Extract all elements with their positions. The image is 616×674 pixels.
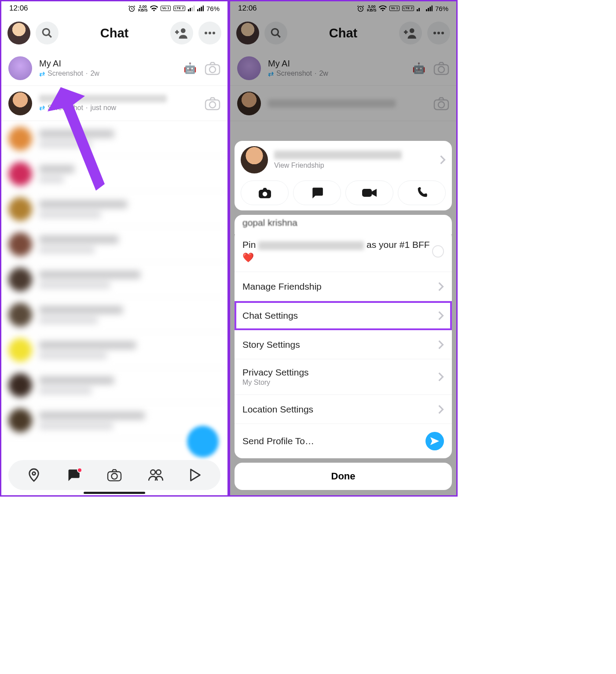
- chat-header: Chat: [1, 15, 227, 51]
- phone-icon: [416, 187, 428, 199]
- chat-row-blurred[interactable]: [1, 297, 227, 332]
- chevron-right-icon: [438, 372, 444, 382]
- camera-icon[interactable]: [205, 96, 220, 111]
- chat-row-blurred[interactable]: [1, 121, 227, 156]
- chat-name: My AI: [39, 59, 183, 69]
- page-title: Chat: [100, 26, 128, 41]
- svg-point-10: [33, 472, 36, 475]
- avatar: [8, 56, 32, 80]
- status-bar: 12:06 2.00 KB/S Vo 1 LTE 2 76%: [1, 1, 227, 15]
- chevron-right-icon: [438, 340, 444, 350]
- chat-row-blurred[interactable]: [1, 368, 227, 403]
- nav-spotlight[interactable]: [190, 468, 201, 482]
- chat-subtitle: ⇄ Screenshot · 2w: [39, 70, 183, 78]
- chat-icon: [311, 187, 324, 199]
- new-chat-fab[interactable]: [187, 426, 219, 457]
- avatar: [8, 92, 32, 115]
- chevron-right-icon: [438, 405, 444, 414]
- audio-call-button[interactable]: [398, 180, 446, 205]
- add-friend-button[interactable]: [170, 22, 193, 44]
- view-friendship-label: View Friendship: [274, 162, 433, 169]
- search-icon: [41, 27, 53, 39]
- location-settings-row[interactable]: Location Settings: [235, 395, 452, 424]
- lte-badge: LTE 2: [173, 6, 185, 11]
- nav-camera[interactable]: [107, 468, 122, 482]
- avatar: [241, 146, 268, 173]
- chat-list[interactable]: My AI ⇄ Screenshot · 2w 🤖 ⇄ Screenshot ·…: [1, 51, 227, 438]
- svg-point-1: [43, 29, 49, 35]
- map-pin-icon: [28, 468, 40, 482]
- radio-unchecked[interactable]: [432, 245, 444, 258]
- svg-point-5: [213, 32, 215, 34]
- chat-row-blurred[interactable]: [1, 227, 227, 262]
- svg-rect-27: [362, 189, 372, 197]
- camera-icon[interactable]: [205, 60, 220, 76]
- chat-name-blurred: [39, 95, 167, 103]
- profile-avatar[interactable]: [7, 22, 30, 44]
- done-button[interactable]: Done: [235, 463, 452, 490]
- play-icon: [190, 468, 201, 482]
- more-button[interactable]: [198, 22, 221, 44]
- more-icon: [204, 31, 216, 35]
- svg-point-3: [205, 32, 207, 34]
- svg-point-7: [209, 66, 216, 73]
- screenshot-icon: ⇄: [39, 70, 45, 78]
- chat-row-blurred[interactable]: [1, 156, 227, 192]
- screenshot-left: 12:06 2.00 KB/S Vo 1 LTE 2 76% Chat: [0, 0, 229, 497]
- chat-row-blurred[interactable]: [1, 262, 227, 297]
- nav-stories[interactable]: [148, 469, 163, 481]
- chat-row-blurred[interactable]: [1, 332, 227, 368]
- chat-row-myai[interactable]: My AI ⇄ Screenshot · 2w 🤖: [1, 51, 227, 86]
- send-icon: [425, 432, 444, 450]
- svg-point-9: [209, 102, 216, 108]
- chat-row-friend[interactable]: ⇄ Screenshot · just now: [1, 86, 227, 121]
- view-friendship-row[interactable]: View Friendship: [241, 146, 446, 173]
- privacy-settings-row[interactable]: Privacy Settings My Story: [235, 359, 452, 395]
- screenshot-icon: ⇄: [39, 103, 45, 112]
- status-time: 12:06: [9, 4, 28, 13]
- bottom-nav: [8, 460, 220, 490]
- chevron-right-icon: [438, 311, 444, 320]
- people-icon: [148, 469, 163, 481]
- snap-button[interactable]: [241, 180, 289, 205]
- chat-settings-row[interactable]: Chat Settings: [235, 301, 452, 330]
- svg-point-12: [111, 473, 117, 479]
- camera-icon: [107, 468, 122, 482]
- profile-card: View Friendship: [235, 141, 452, 210]
- add-friend-icon: [175, 27, 188, 39]
- nav-map[interactable]: [28, 468, 40, 482]
- chat-subtitle: ⇄ Screenshot · just now: [39, 103, 205, 112]
- search-button[interactable]: [36, 22, 59, 44]
- notification-dot: [77, 468, 82, 473]
- svg-point-14: [156, 470, 161, 475]
- svg-point-2: [181, 28, 186, 33]
- svg-point-4: [209, 32, 211, 34]
- robot-icon: 🤖: [183, 62, 197, 74]
- signal-icon-1: [188, 5, 194, 11]
- settings-list: Pin as your #1 BFF ❤️ Manage Friendship …: [235, 229, 452, 458]
- chat-row-blurred[interactable]: [1, 192, 227, 227]
- battery-percent: 76%: [206, 5, 220, 12]
- video-icon: [362, 188, 377, 198]
- story-settings-row[interactable]: Story Settings: [235, 330, 452, 359]
- wifi-icon: [150, 5, 158, 11]
- svg-point-13: [150, 470, 155, 475]
- send-profile-row[interactable]: Send Profile To…: [235, 424, 452, 458]
- home-indicator: [84, 492, 145, 494]
- chevron-right-icon: [438, 282, 444, 291]
- vo-badge: Vo 1: [161, 6, 170, 11]
- status-right: 2.00 KB/S Vo 1 LTE 2 76%: [128, 5, 220, 12]
- chevron-right-icon: [440, 155, 446, 165]
- chat-button[interactable]: [293, 180, 341, 205]
- camera-icon: [258, 187, 272, 199]
- friend-name-blurred: [274, 151, 402, 159]
- video-call-button[interactable]: [345, 180, 393, 205]
- svg-point-26: [262, 192, 267, 197]
- pin-bff-label: Pin as your #1 BFF ❤️: [242, 239, 432, 264]
- alarm-icon: [128, 5, 136, 12]
- nav-chat[interactable]: [66, 468, 81, 482]
- manage-friendship-row[interactable]: Manage Friendship: [235, 272, 452, 301]
- signal-icon-2: [197, 5, 204, 11]
- context-menu-sheet: View Friendship gopal krishn: [235, 141, 452, 495]
- pin-bff-row[interactable]: Pin as your #1 BFF ❤️: [235, 231, 452, 272]
